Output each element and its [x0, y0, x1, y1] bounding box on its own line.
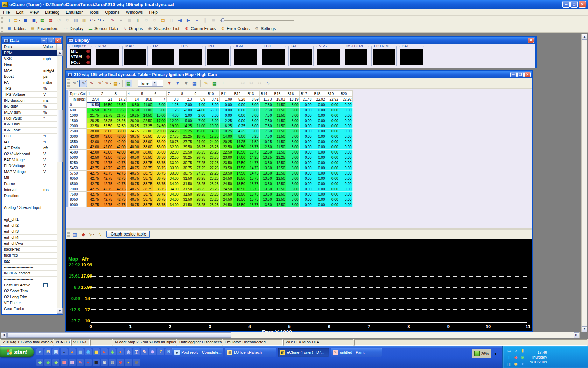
grid-cell[interactable]: 3.00	[246, 123, 260, 129]
tray-messenger-icon[interactable]: ●	[519, 361, 526, 367]
quicklaunch-notepad-icon[interactable]: N	[165, 348, 172, 355]
grid-cell[interactable]: 30.25	[127, 123, 140, 129]
mdi-hscroll-thumb[interactable]	[7, 332, 231, 338]
edit-pencil1-button[interactable]: ✎1	[71, 80, 79, 87]
grid-cell[interactable]: 1.25	[167, 108, 180, 113]
grid-cell[interactable]: 38.75	[140, 176, 153, 181]
clear-tables-button[interactable]: ▦	[47, 17, 55, 24]
mdi-horizontal-scrollbar[interactable]: ◀ ▶	[1, 332, 580, 338]
grid-cell[interactable]: 13.75	[246, 150, 260, 155]
grid-cell[interactable]: 8.00	[286, 186, 300, 192]
grid-cell[interactable]: 7.00	[193, 118, 206, 123]
grid-cell[interactable]: 17.75	[206, 134, 220, 139]
grid-cell[interactable]: 42.75	[87, 181, 100, 186]
grid-cell[interactable]: 38.75	[140, 171, 153, 176]
grid-cell[interactable]: 8.00	[286, 134, 300, 139]
trace-clear-button[interactable]: ∿−	[96, 231, 104, 238]
grid-cell[interactable]: 14.75	[246, 171, 260, 176]
grid-load-cell[interactable]: -27.4	[87, 97, 100, 102]
grid-cell[interactable]: 4.00	[167, 113, 180, 118]
data-row[interactable]: IACV duty%	[2, 110, 57, 116]
nav-next-button[interactable]: ▶	[184, 17, 192, 24]
grid-cell[interactable]: 12.50	[273, 197, 286, 202]
grid-cell[interactable]: 0.00	[300, 123, 313, 129]
grid-cell[interactable]: 7.50	[260, 129, 273, 134]
grid-cell[interactable]: 0.00	[326, 186, 340, 192]
grid-cell[interactable]: 12.50	[273, 181, 286, 186]
grid-cell[interactable]: 23.50	[220, 160, 233, 165]
dropper2-button[interactable]: ✎2	[96, 80, 104, 87]
grid-cell[interactable]: 8.00	[286, 202, 300, 207]
grid-cell[interactable]: 11.00	[140, 108, 153, 113]
grid-cell[interactable]: 42.75	[87, 202, 100, 207]
grid-cell[interactable]: 13.25	[260, 155, 273, 160]
table-window-titlebar[interactable]: ▦ 210 wtq 195 whp final dyno.cal: Table …	[66, 71, 532, 78]
fill-table-button[interactable]: ▦	[211, 80, 218, 87]
record-button[interactable]: ●	[117, 17, 125, 24]
taskbtn-browser[interactable]: ePost reply - Complete...	[172, 348, 223, 357]
grid-cell[interactable]: 40.75	[127, 186, 140, 192]
quicklaunch-firefox-icon[interactable]: ●	[69, 348, 76, 355]
grid-cell[interactable]: 36.75	[153, 192, 167, 197]
filter-plain-button[interactable]: ▼	[182, 80, 190, 87]
grid-cell[interactable]: 42.75	[113, 192, 127, 197]
grid-cell[interactable]: 18.50	[233, 181, 246, 186]
grid-rpm-header[interactable]: 6050	[69, 176, 87, 181]
grid-cell[interactable]: 12.50	[260, 144, 273, 150]
grid-cell[interactable]: 38.00	[100, 129, 113, 134]
grid-cell[interactable]: 42.75	[100, 202, 113, 207]
grid-cell[interactable]: 0.00	[340, 176, 353, 181]
grid-load-cell[interactable]: 18.19	[286, 97, 300, 102]
grid-col-header[interactable]: B13	[246, 91, 260, 97]
grid-cell[interactable]: 15.75	[246, 186, 260, 192]
open-snapshot-button[interactable]: ▤	[159, 17, 167, 24]
dropper1-button[interactable]: ✎1	[88, 80, 96, 87]
data-row[interactable]: IAT°F	[2, 139, 57, 145]
grid-cell[interactable]: 42.75	[100, 181, 113, 186]
menu-view[interactable]: View	[27, 9, 42, 15]
refresh-tables-button[interactable]: ▦	[38, 17, 46, 24]
grid-cell[interactable]: 0.00	[233, 113, 246, 118]
grid-rpm-header[interactable]: 8050	[69, 197, 87, 202]
grid-cell[interactable]: 0.00	[313, 192, 326, 197]
grid-rpm-header[interactable]: 1000	[69, 113, 87, 118]
grid-cell[interactable]: 34.00	[167, 202, 180, 207]
quicklaunch-mail-icon[interactable]: ✉	[44, 348, 51, 355]
grid-cell[interactable]: 13.50	[260, 192, 273, 197]
grid-cell[interactable]: 42.50	[87, 155, 100, 160]
grid-rpm-header[interactable]: 3000	[69, 134, 87, 139]
grid-cell[interactable]: 0.00	[313, 160, 326, 165]
grid-cell[interactable]: 16.50	[127, 102, 140, 108]
grid-cell[interactable]: 31.50	[180, 176, 193, 181]
grid-cell[interactable]: 42.75	[87, 160, 100, 165]
redo-button[interactable]: ↷▼	[97, 17, 105, 24]
grid-cell[interactable]: 0.00	[313, 108, 326, 113]
grid-load-cell[interactable]: -10.8	[140, 97, 153, 102]
grid-cell[interactable]: 0.00	[340, 171, 353, 176]
grid-cell[interactable]: 36.75	[153, 171, 167, 176]
grid-cell[interactable]: 0.00	[340, 202, 353, 207]
grid-cell[interactable]: 0.00	[326, 155, 340, 160]
grid-cell[interactable]: 17.00	[233, 155, 246, 160]
grid-cell[interactable]: 3.00	[246, 129, 260, 134]
edit-cell-button[interactable]: ✎	[202, 80, 210, 87]
grid-load-cell[interactable]: 0.41	[206, 97, 220, 102]
grid-col-header[interactable]: B10	[206, 91, 220, 97]
grid-cell[interactable]: 36.00	[153, 139, 167, 144]
grid-cell[interactable]: 42.75	[87, 197, 100, 202]
grid-cell[interactable]: 21.75	[100, 113, 113, 118]
grid-cell[interactable]: 32.50	[113, 123, 127, 129]
data-row[interactable]: egt_cht4	[2, 235, 57, 241]
quicklaunch2-6-icon[interactable]: ✎	[77, 359, 84, 366]
grid-cell[interactable]: 38.75	[140, 192, 153, 197]
grid-cell[interactable]: 8.00	[286, 129, 300, 134]
grid-cell[interactable]: 34.00	[167, 186, 180, 192]
grid-cell[interactable]: 0.00	[313, 197, 326, 202]
grid-cell[interactable]: 18.50	[233, 202, 246, 207]
mdi-vertical-scrollbar[interactable]: ▲ ▼	[581, 34, 587, 332]
grid-cell[interactable]: 31.50	[180, 192, 193, 197]
grid-cell[interactable]: 17.50	[233, 165, 246, 171]
data-scroll-down-button[interactable]: ▼	[57, 308, 63, 314]
grid-cell[interactable]: 0.00	[313, 176, 326, 181]
data-row[interactable]: VE Fuel.c	[2, 300, 57, 306]
